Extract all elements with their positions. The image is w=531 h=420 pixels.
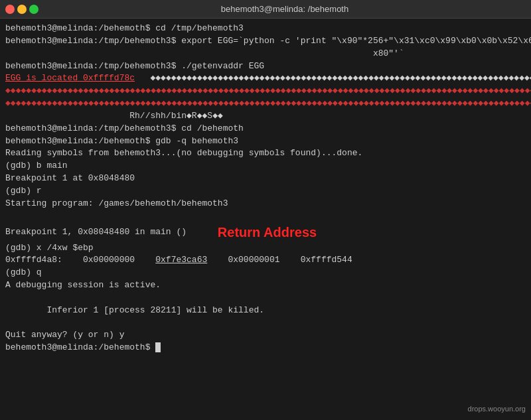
line-reading: Reading symbols from behemoth3...(no deb… bbox=[5, 147, 526, 160]
line-gdb-q: (gdb) q bbox=[5, 267, 526, 279]
line-b-main: (gdb) b main bbox=[5, 160, 526, 173]
line-inferior: Inferior 1 [process 28211] will be kille… bbox=[5, 305, 526, 317]
line-r: (gdb) r bbox=[5, 185, 526, 198]
line-blank1 bbox=[5, 210, 526, 223]
line-blank2 bbox=[5, 292, 526, 305]
line-cd-behemoth: behemoth3@melinda:/tmp/behemoth3$ cd /be… bbox=[5, 123, 526, 135]
breakpoint-annotation-row: Breakpoint 1, 0x08048480 in main () Retu… bbox=[5, 223, 526, 242]
window-title: behemoth3@melinda: /behemoth bbox=[44, 4, 526, 14]
line-quit: Quit anyway? (y or n) y bbox=[5, 329, 526, 342]
minimize-button[interactable] bbox=[17, 5, 27, 14]
line-2: behemoth3@melinda:/tmp/behemoth3$ export… bbox=[5, 35, 526, 60]
line-starting: Starting program: /games/behemoth/behemo… bbox=[5, 198, 526, 210]
title-bar: behemoth3@melinda: /behemoth bbox=[0, 0, 531, 19]
line-rh: Rh//shh/bin◆R◆◆S◆◆ bbox=[5, 110, 526, 123]
line-dots2: ◆◆◆◆◆◆◆◆◆◆◆◆◆◆◆◆◆◆◆◆◆◆◆◆◆◆◆◆◆◆◆◆◆◆◆◆◆◆◆◆… bbox=[5, 98, 526, 110]
watermark: drops.wooyun.org bbox=[468, 404, 526, 415]
line-blank3 bbox=[5, 317, 526, 330]
line-x4xw: (gdb) x /4xw $ebp bbox=[5, 242, 526, 255]
line-1: behemoth3@melinda:/behemoth$ cd /tmp/beh… bbox=[5, 23, 526, 35]
line-4-egg: EGG is located 0xffffd78c ◆◆◆◆◆◆◆◆◆◆◆◆◆◆… bbox=[5, 72, 526, 85]
line-3: behemoth3@melinda:/tmp/behemoth3$ ./gete… bbox=[5, 60, 526, 73]
maximize-button[interactable] bbox=[29, 5, 38, 14]
line-breakpoint: Breakpoint 1 at 0x8048480 bbox=[5, 173, 526, 185]
line-gdb: behemoth3@melinda:/behemoth$ gdb -q behe… bbox=[5, 135, 526, 148]
window-controls[interactable] bbox=[5, 5, 38, 14]
return-address-label: Return Address bbox=[218, 223, 317, 242]
close-button[interactable] bbox=[5, 5, 15, 14]
line-debug-active: A debugging session is active. bbox=[5, 279, 526, 292]
line-dots1: ◆◆◆◆◆◆◆◆◆◆◆◆◆◆◆◆◆◆◆◆◆◆◆◆◆◆◆◆◆◆◆◆◆◆◆◆◆◆◆◆… bbox=[5, 85, 526, 98]
terminal-body: behemoth3@melinda:/behemoth$ cd /tmp/beh… bbox=[0, 19, 531, 420]
line-final-prompt: behemoth3@melinda:/behemoth$ bbox=[5, 342, 526, 354]
breakpoint-text: Breakpoint 1, 0x08048480 in main () bbox=[5, 226, 218, 239]
line-memory: 0xffffd4a8: 0x00000000 0xf7e3ca63 0x0000… bbox=[5, 254, 526, 267]
